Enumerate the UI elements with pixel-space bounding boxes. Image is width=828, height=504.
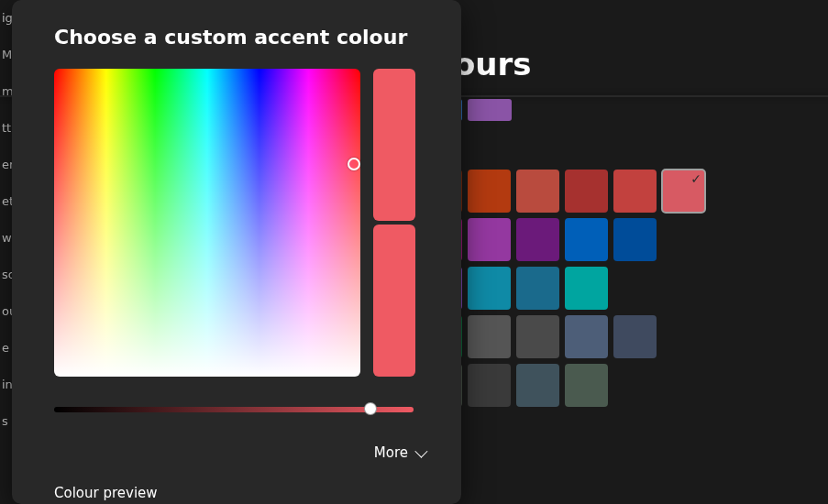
- accent-swatch[interactable]: [565, 218, 608, 261]
- accent-swatch-grid: ✓: [419, 170, 705, 407]
- colour-preview-label: Colour preview: [54, 485, 439, 501]
- preview-column: [373, 69, 415, 377]
- preview-bottom: [373, 225, 415, 377]
- hue-sat-thumb[interactable]: [348, 158, 360, 170]
- accent-swatch[interactable]: [468, 170, 511, 213]
- value-thumb[interactable]: [364, 402, 377, 415]
- accent-swatch[interactable]: [516, 218, 559, 261]
- hue-sat-field[interactable]: [54, 69, 360, 377]
- accent-swatch[interactable]: [613, 315, 657, 358]
- accent-swatch[interactable]: [565, 267, 608, 310]
- accent-swatch[interactable]: [516, 315, 559, 358]
- accent-swatch[interactable]: [613, 170, 657, 213]
- value-track: [54, 407, 414, 412]
- picker-area: [54, 69, 439, 377]
- accent-swatch[interactable]: [565, 364, 608, 407]
- accent-swatch[interactable]: [468, 218, 511, 261]
- accent-swatch[interactable]: [516, 267, 559, 310]
- accent-swatch[interactable]: [468, 364, 511, 407]
- accent-swatch[interactable]: [468, 315, 511, 358]
- accent-swatch[interactable]: [468, 267, 511, 310]
- more-toggle[interactable]: More: [54, 444, 439, 461]
- accent-swatch[interactable]: ✓: [662, 170, 705, 213]
- accent-swatch[interactable]: [565, 315, 608, 358]
- accent-swatch[interactable]: [613, 218, 657, 261]
- accent-swatch[interactable]: [516, 364, 559, 407]
- picker-title: Choose a custom accent colour: [54, 26, 439, 49]
- more-label: More: [374, 444, 408, 461]
- custom-colour-picker: Choose a custom accent colour More Colou…: [12, 0, 461, 504]
- mode-swatch[interactable]: [468, 99, 512, 121]
- check-icon: ✓: [690, 171, 701, 186]
- chevron-down-icon: [414, 445, 427, 458]
- preview-top: [373, 69, 415, 221]
- accent-swatch[interactable]: [565, 170, 608, 213]
- value-slider[interactable]: [54, 402, 414, 415]
- accent-swatch[interactable]: [516, 170, 559, 213]
